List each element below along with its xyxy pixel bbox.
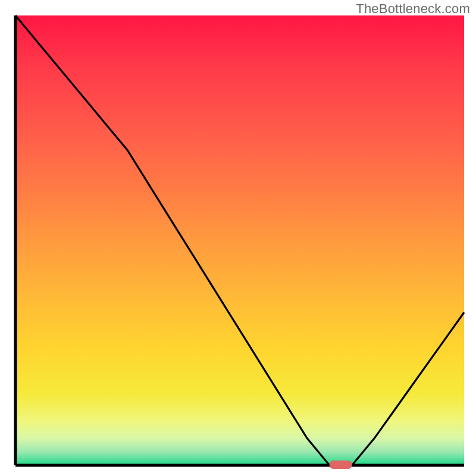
plot-background <box>15 15 464 465</box>
watermark-text: TheBottleneck.com <box>356 1 470 17</box>
optimum-marker <box>330 461 352 469</box>
chart-svg <box>0 0 476 476</box>
bottleneck-chart: TheBottleneck.com <box>0 0 476 476</box>
